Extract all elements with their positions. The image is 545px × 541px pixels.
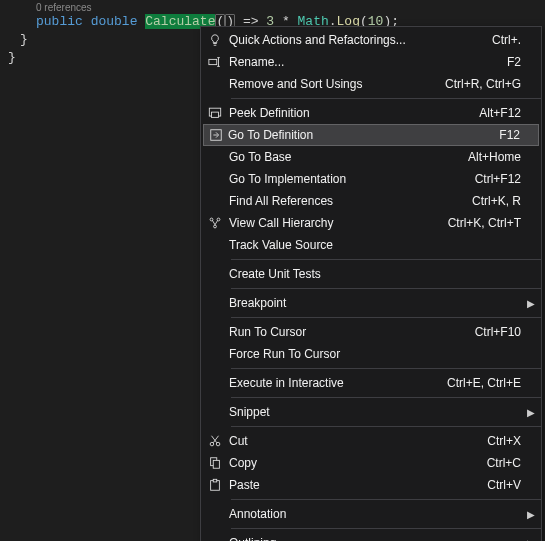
hierarchy-icon [201,216,229,230]
menu-item-shortcut: Ctrl+. [480,33,521,47]
goto-icon [204,128,228,142]
menu-item-force-run-to-cursor[interactable]: Force Run To Cursor [201,343,541,365]
menu-item-label: Cut [229,434,475,448]
svg-rect-10 [213,460,219,468]
menu-item-shortcut: Ctrl+K, Ctrl+T [436,216,521,230]
menu-item-create-unit-tests[interactable]: Create Unit Tests [201,263,541,285]
menu-item-view-call-hierarchy[interactable]: View Call HierarchyCtrl+K, Ctrl+T [201,212,541,234]
menu-separator [231,98,541,99]
menu-separator [231,397,541,398]
menu-item-label: Track Value Source [229,238,509,252]
menu-item-label: Outlining [229,536,509,541]
copy-icon [201,456,229,470]
menu-item-label: Go To Base [229,150,456,164]
peek-icon [201,106,229,120]
menu-item-shortcut: Ctrl+X [475,434,521,448]
menu-separator [231,426,541,427]
svg-point-7 [210,442,214,446]
menu-separator [231,317,541,318]
menu-item-label: Go To Implementation [229,172,463,186]
menu-item-label: Force Run To Cursor [229,347,509,361]
menu-item-rename[interactable]: Rename...F2 [201,51,541,73]
menu-separator [231,259,541,260]
svg-rect-12 [213,479,217,482]
cut-icon [201,434,229,448]
context-menu[interactable]: Quick Actions and Refactorings...Ctrl+.R… [200,26,542,541]
menu-item-breakpoint[interactable]: Breakpoint▶ [201,292,541,314]
svg-rect-0 [209,59,217,64]
menu-item-go-to-implementation[interactable]: Go To ImplementationCtrl+F12 [201,168,541,190]
paste-icon [201,478,229,492]
svg-rect-2 [212,112,219,117]
menu-item-label: Peek Definition [229,106,467,120]
menu-item-shortcut: Ctrl+V [475,478,521,492]
menu-item-shortcut: Ctrl+F10 [463,325,521,339]
menu-item-shortcut: Alt+Home [456,150,521,164]
menu-separator [231,528,541,529]
svg-point-8 [216,442,220,446]
menu-item-run-to-cursor[interactable]: Run To CursorCtrl+F10 [201,321,541,343]
menu-item-cut[interactable]: CutCtrl+X [201,430,541,452]
menu-item-annotation[interactable]: Annotation▶ [201,503,541,525]
menu-item-shortcut: F2 [495,55,521,69]
menu-item-label: Run To Cursor [229,325,463,339]
menu-item-label: Execute in Interactive [229,376,435,390]
svg-point-6 [214,225,217,228]
menu-item-shortcut: Alt+F12 [467,106,521,120]
menu-item-label: Find All References [229,194,460,208]
menu-item-track-value-source[interactable]: Track Value Source [201,234,541,256]
menu-item-peek-definition[interactable]: Peek DefinitionAlt+F12 [201,102,541,124]
brace: } [8,50,16,65]
menu-item-label: Paste [229,478,475,492]
brace: } [20,32,28,47]
menu-item-shortcut: Ctrl+K, R [460,194,521,208]
menu-item-shortcut: Ctrl+R, Ctrl+G [433,77,521,91]
menu-item-label: Annotation [229,507,509,521]
menu-item-shortcut: Ctrl+F12 [463,172,521,186]
menu-item-copy[interactable]: CopyCtrl+C [201,452,541,474]
chevron-right-icon: ▶ [521,407,535,418]
menu-item-label: Copy [229,456,475,470]
menu-separator [231,499,541,500]
menu-item-label: Rename... [229,55,495,69]
menu-item-label: Snippet [229,405,509,419]
menu-item-find-all-references[interactable]: Find All ReferencesCtrl+K, R [201,190,541,212]
bulb-icon [201,33,229,47]
menu-item-remove-and-sort-usings[interactable]: Remove and Sort UsingsCtrl+R, Ctrl+G [201,73,541,95]
codelens[interactable]: 0 references [0,0,545,13]
menu-separator [231,368,541,369]
menu-separator [231,288,541,289]
chevron-right-icon: ▶ [521,298,535,309]
menu-item-go-to-base[interactable]: Go To BaseAlt+Home [201,146,541,168]
keyword: public [36,14,83,29]
menu-item-quick-actions-and-refactorings[interactable]: Quick Actions and Refactorings...Ctrl+. [201,29,541,51]
rename-icon [201,55,229,69]
menu-item-shortcut: Ctrl+E, Ctrl+E [435,376,521,390]
keyword: double [91,14,138,29]
menu-item-shortcut: F12 [487,128,520,142]
menu-item-label: View Call Hierarchy [229,216,436,230]
menu-item-snippet[interactable]: Snippet▶ [201,401,541,423]
menu-item-label: Breakpoint [229,296,509,310]
menu-item-label: Remove and Sort Usings [229,77,433,91]
menu-item-label: Quick Actions and Refactorings... [229,33,480,47]
menu-item-paste[interactable]: PasteCtrl+V [201,474,541,496]
menu-item-go-to-definition[interactable]: Go To DefinitionF12 [203,124,539,146]
menu-item-shortcut: Ctrl+C [475,456,521,470]
menu-item-execute-in-interactive[interactable]: Execute in InteractiveCtrl+E, Ctrl+E [201,372,541,394]
chevron-right-icon: ▶ [521,538,535,542]
menu-item-label: Create Unit Tests [229,267,509,281]
menu-item-outlining[interactable]: Outlining▶ [201,532,541,541]
chevron-right-icon: ▶ [521,509,535,520]
menu-item-label: Go To Definition [228,128,487,142]
